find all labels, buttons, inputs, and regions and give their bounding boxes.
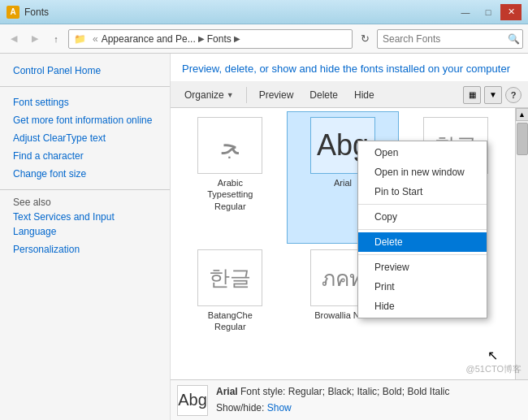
search-box[interactable]: 🔍 bbox=[377, 29, 523, 49]
context-item-copy[interactable]: Copy bbox=[358, 207, 487, 227]
sidebar-item-control-panel-home[interactable]: Control Panel Home bbox=[0, 62, 170, 80]
font-item-arabic[interactable]: ﺠ ArabicTypesettingRegular bbox=[174, 111, 287, 244]
view-dropdown-button[interactable]: ▼ bbox=[484, 86, 502, 104]
title-bar: A Fonts — □ ✕ bbox=[0, 0, 528, 24]
path-child: Fonts bbox=[207, 33, 232, 45]
context-separator-2 bbox=[358, 229, 487, 230]
toolbar: Organize ▼ Preview Delete Hide ▦ ▼ ? bbox=[171, 82, 528, 108]
font-name-arial: Arial bbox=[334, 177, 352, 188]
status-showhide-label: Show/hide: bbox=[216, 402, 264, 414]
path-arrow1[interactable]: ▶ bbox=[196, 34, 207, 43]
context-item-hide[interactable]: Hide bbox=[358, 297, 487, 316]
sidebar-item-font-settings[interactable]: Font settings bbox=[0, 93, 170, 111]
font-name-batangche: BatangCheRegular bbox=[208, 310, 253, 333]
scroll-up-arrow[interactable]: ▲ bbox=[516, 108, 529, 121]
sidebar-item-find-character[interactable]: Find a character bbox=[0, 147, 170, 165]
path-arrow2[interactable]: ▶ bbox=[232, 34, 243, 43]
toolbar-right: ▦ ▼ ? bbox=[463, 86, 522, 104]
title-bar-left: A Fonts bbox=[6, 6, 49, 19]
status-showhide-value: Show bbox=[267, 402, 292, 414]
see-also-title: See also bbox=[0, 188, 64, 211]
status-font-style-value: Regular; Black; Italic; Bold; Bold Itali… bbox=[288, 386, 450, 397]
window-controls: — □ ✕ bbox=[455, 4, 522, 20]
address-path[interactable]: 📁 « Appearance and Pe... ▶ Fonts ▶ bbox=[68, 29, 353, 49]
delete-button[interactable]: Delete bbox=[302, 85, 345, 105]
context-item-preview[interactable]: Preview bbox=[358, 258, 487, 277]
sidebar: Control Panel Home Font settings Get mor… bbox=[0, 54, 171, 420]
context-item-open-new-window[interactable]: Open in new window bbox=[358, 162, 487, 182]
window-title: Fonts bbox=[24, 6, 49, 18]
status-font-style-label: Font style: bbox=[240, 386, 285, 397]
help-button[interactable]: ? bbox=[505, 87, 522, 103]
sidebar-item-personalization[interactable]: Personalization bbox=[0, 240, 170, 258]
organize-label: Organize bbox=[184, 89, 224, 101]
hide-button[interactable]: Hide bbox=[347, 85, 382, 105]
sidebar-item-more-font-info[interactable]: Get more font information online bbox=[0, 111, 170, 129]
search-input[interactable] bbox=[383, 33, 504, 45]
font-item-batangche[interactable]: 한글 BatangCheRegular bbox=[174, 244, 287, 376]
address-bar: ◀ ▶ ↑ 📁 « Appearance and Pe... ▶ Fonts ▶… bbox=[0, 24, 528, 54]
context-separator-3 bbox=[358, 254, 487, 255]
minimize-button[interactable]: — bbox=[455, 4, 476, 20]
up-button[interactable]: ↑ bbox=[47, 30, 65, 48]
maximize-button[interactable]: □ bbox=[478, 4, 499, 20]
search-icon: 🔍 bbox=[508, 33, 520, 45]
forward-button[interactable]: ▶ bbox=[26, 30, 44, 48]
path-separator-before: « bbox=[93, 33, 98, 45]
sidebar-item-change-font-size[interactable]: Change font size bbox=[0, 165, 170, 183]
status-font-preview: Abg bbox=[177, 385, 208, 416]
font-name-arabic: ArabicTypesettingRegular bbox=[207, 177, 253, 212]
scrollbar[interactable]: ▲ bbox=[515, 108, 528, 379]
view-button[interactable]: ▦ bbox=[463, 86, 481, 104]
organize-button[interactable]: Organize ▼ bbox=[177, 85, 241, 105]
path-root-icon: 📁 bbox=[74, 33, 86, 45]
font-preview-batangche: 한글 bbox=[197, 249, 262, 306]
sidebar-item-adjust-cleartype[interactable]: Adjust ClearType text bbox=[0, 129, 170, 147]
toolbar-separator-1 bbox=[246, 87, 247, 103]
refresh-button[interactable]: ↻ bbox=[356, 30, 374, 48]
main-layout: Control Panel Home Font settings Get mor… bbox=[0, 54, 528, 420]
status-bar: Abg Arial Font style: Regular; Black; It… bbox=[171, 379, 528, 420]
app-icon: A bbox=[6, 6, 19, 19]
path-root: Appearance and Pe... bbox=[102, 33, 196, 45]
status-info: Arial Font style: Regular; Black; Italic… bbox=[216, 384, 450, 415]
status-font-name: Arial bbox=[216, 386, 238, 397]
sidebar-divider-1 bbox=[0, 86, 170, 87]
context-item-open[interactable]: Open bbox=[358, 143, 487, 162]
font-preview-arabic: ﺠ bbox=[197, 117, 262, 174]
watermark: @51CTO博客 bbox=[466, 363, 522, 375]
context-menu: Open Open in new window Pin to Start Cop… bbox=[357, 141, 487, 318]
context-item-print[interactable]: Print bbox=[358, 277, 487, 297]
scroll-thumb[interactable] bbox=[517, 123, 528, 155]
context-separator-1 bbox=[358, 204, 487, 205]
preview-button[interactable]: Preview bbox=[252, 85, 301, 105]
close-button[interactable]: ✕ bbox=[500, 4, 522, 20]
context-item-delete[interactable]: Delete bbox=[358, 232, 487, 252]
organize-arrow-icon: ▼ bbox=[227, 91, 234, 99]
context-item-pin-to-start[interactable]: Pin to Start bbox=[358, 182, 487, 201]
font-grid-container: ﺠ ArabicTypesettingRegular Abg Arial 한글 … bbox=[171, 108, 528, 379]
sidebar-item-text-services[interactable]: Text Services and Input Language bbox=[0, 208, 170, 240]
back-button[interactable]: ◀ bbox=[5, 30, 23, 48]
description: Preview, delete, or show and hide the fo… bbox=[171, 54, 528, 82]
